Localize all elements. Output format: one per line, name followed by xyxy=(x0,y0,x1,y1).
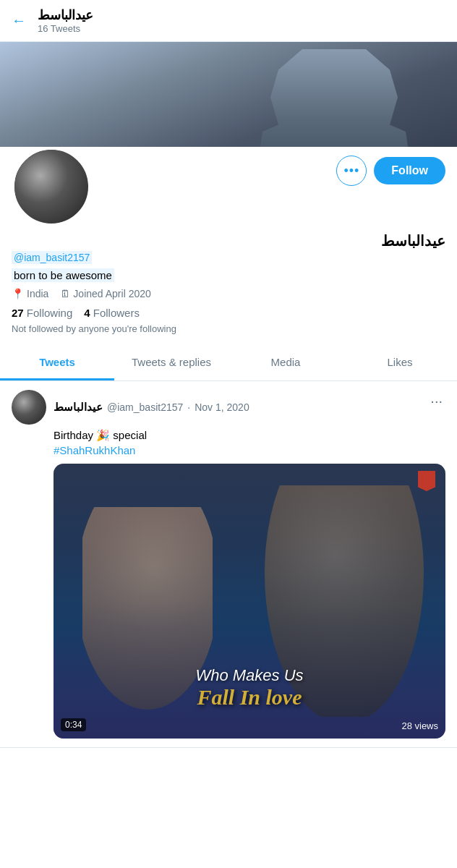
calendar-icon: 🗓 xyxy=(60,288,70,299)
tweet-text: Birthday 🎉 special #ShahRukhKhan xyxy=(54,427,445,458)
video-thumbnail[interactable]: Who Makes Us Fall In love 0:34 28 views xyxy=(54,464,445,739)
video-line1: Who Makes Us xyxy=(54,666,445,685)
avatar-wrapper xyxy=(12,147,91,226)
header-tweet-count: 16 Tweets xyxy=(38,23,93,34)
tweet-header: عيدالباسط @iam_basit2157 · Nov 1, 2020 ·… xyxy=(12,390,445,425)
profile-handle[interactable]: @iam_basit2157 xyxy=(12,251,92,264)
profile-meta: 📍 India 🗓 Joined April 2020 xyxy=(12,288,445,299)
follow-stats: 27 Following 4 Followers xyxy=(12,307,445,319)
followers-label: Followers xyxy=(93,307,140,319)
profile-name: عيدالباسط xyxy=(12,232,445,250)
tweet-item: عيدالباسط @iam_basit2157 · Nov 1, 2020 ·… xyxy=(0,381,457,748)
tweet-user-info: عيدالباسط @iam_basit2157 · Nov 1, 2020 xyxy=(12,390,249,425)
following-count: 27 xyxy=(12,307,24,319)
tweet-username: عيدالباسط xyxy=(54,401,103,414)
following-label: Following xyxy=(27,307,72,319)
profile-tabs: Tweets Tweets & replies Media Likes xyxy=(0,346,457,381)
video-line2: Fall In love xyxy=(54,685,445,710)
back-button[interactable]: ← xyxy=(12,12,26,29)
location-icon: 📍 xyxy=(12,288,24,299)
video-logo xyxy=(418,471,435,491)
avatar-image xyxy=(14,150,88,224)
action-buttons: ••• Follow xyxy=(336,156,445,186)
not-followed-text: Not followed by anyone you're following xyxy=(12,323,445,334)
tweet-separator: · xyxy=(187,401,190,413)
video-duration: 0:34 xyxy=(61,718,86,731)
tweet-body: Birthday 🎉 special #ShahRukhKhan Who Mak… xyxy=(12,427,445,739)
tweet-meta: عيدالباسط @iam_basit2157 · Nov 1, 2020 xyxy=(54,401,249,414)
tweet-avatar[interactable] xyxy=(12,390,46,425)
follow-button[interactable]: Follow xyxy=(374,157,445,184)
following-stat[interactable]: 27 Following xyxy=(12,307,72,319)
followers-count: 4 xyxy=(84,307,90,319)
tab-media[interactable]: Media xyxy=(228,346,343,380)
location-meta: 📍 India xyxy=(12,288,48,299)
avatar xyxy=(12,147,91,226)
tweet-hashtag[interactable]: #ShahRukhKhan xyxy=(54,444,135,456)
header: ← عيدالباسط 16 Tweets xyxy=(0,0,457,42)
location-text: India xyxy=(27,288,48,299)
tweet-names: عيدالباسط @iam_basit2157 · Nov 1, 2020 xyxy=(54,401,249,414)
tab-tweets[interactable]: Tweets xyxy=(0,346,114,380)
video-text-overlay: Who Makes Us Fall In love xyxy=(54,666,445,710)
header-username: عيدالباسط xyxy=(38,7,93,23)
header-info: عيدالباسط 16 Tweets xyxy=(38,7,93,34)
tweet-handle: @iam_basit2157 xyxy=(107,401,183,413)
more-options-button[interactable]: ••• xyxy=(336,156,367,186)
tweet-more-options[interactable]: ··· xyxy=(427,390,445,412)
tab-tweets-replies[interactable]: Tweets & replies xyxy=(114,346,228,380)
profile-section: ••• Follow عيدالباسط @iam_basit2157 born… xyxy=(0,147,457,346)
video-views: 28 views xyxy=(401,720,438,731)
joined-meta: 🗓 Joined April 2020 xyxy=(60,288,150,299)
tab-likes[interactable]: Likes xyxy=(343,346,457,380)
followers-stat[interactable]: 4 Followers xyxy=(84,307,140,319)
tweet-date: Nov 1, 2020 xyxy=(195,401,249,413)
profile-bio: born to be awesome xyxy=(12,268,114,282)
joined-text: Joined April 2020 xyxy=(73,288,150,299)
